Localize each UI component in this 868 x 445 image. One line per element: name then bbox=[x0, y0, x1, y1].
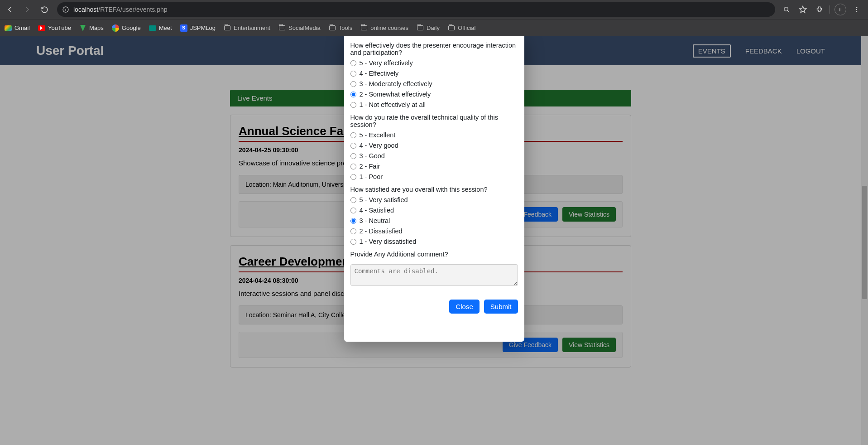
bookmark-label: online courses bbox=[370, 24, 408, 31]
radio-input[interactable] bbox=[350, 132, 356, 138]
radio-input[interactable] bbox=[350, 153, 356, 159]
radio-input[interactable] bbox=[350, 143, 356, 149]
radio-option[interactable]: 4 - Satisfied bbox=[350, 207, 518, 214]
folder-icon bbox=[329, 24, 336, 32]
radio-label: 3 - Neutral bbox=[360, 217, 390, 224]
modal-submit-button[interactable]: Submit bbox=[484, 300, 518, 314]
bookmark-label: YouTube bbox=[48, 24, 71, 31]
bookmark-socialmedia[interactable]: SocialMedia bbox=[278, 24, 321, 32]
comment-textarea[interactable] bbox=[350, 264, 518, 286]
folder-icon bbox=[278, 24, 286, 32]
radio-input[interactable] bbox=[350, 71, 356, 77]
radio-option[interactable]: 5 - Very effectively bbox=[350, 59, 518, 67]
nav-reload-button[interactable] bbox=[37, 2, 52, 17]
profile-avatar[interactable]: ⏸ bbox=[834, 4, 846, 15]
bookmark-daily[interactable]: Daily bbox=[417, 24, 440, 32]
radio-option[interactable]: 5 - Excellent bbox=[350, 131, 518, 139]
radio-label: 2 - Fair bbox=[360, 163, 380, 170]
radio-input[interactable] bbox=[350, 174, 356, 180]
radio-label: 5 - Excellent bbox=[360, 131, 396, 139]
svg-point-8 bbox=[856, 11, 857, 12]
radio-label: 1 - Poor bbox=[360, 173, 383, 180]
jspm-icon: S bbox=[180, 24, 187, 32]
radio-input[interactable] bbox=[350, 92, 356, 97]
folder-icon bbox=[360, 24, 368, 32]
radio-input[interactable] bbox=[350, 239, 356, 245]
radio-option[interactable]: 2 - Somewhat effectively bbox=[350, 91, 518, 98]
radio-input[interactable] bbox=[350, 228, 356, 234]
radio-input[interactable] bbox=[350, 197, 356, 203]
svg-marker-5 bbox=[800, 6, 806, 13]
site-info-icon[interactable] bbox=[62, 5, 70, 14]
radio-input[interactable] bbox=[350, 60, 356, 66]
zoom-icon[interactable] bbox=[781, 4, 792, 15]
bookmark-star-icon[interactable] bbox=[797, 4, 809, 15]
radio-option[interactable]: 1 - Poor bbox=[350, 173, 518, 180]
bookmark-label: Entertainment bbox=[234, 24, 270, 31]
meet-icon bbox=[149, 24, 156, 32]
radio-input[interactable] bbox=[350, 81, 356, 87]
bookmark-label: Official bbox=[458, 24, 476, 31]
bookmark-gmail[interactable]: Gmail bbox=[5, 24, 30, 32]
nav-forward-button[interactable] bbox=[20, 2, 34, 17]
modal-close-button[interactable]: Close bbox=[449, 300, 479, 314]
feedback-modal: How effectively does the presenter encou… bbox=[344, 36, 524, 342]
radio-label: 5 - Very effectively bbox=[360, 59, 413, 67]
radio-label: 1 - Not effectively at all bbox=[360, 101, 426, 108]
divider bbox=[830, 5, 830, 14]
folder-icon bbox=[448, 24, 455, 32]
radio-input[interactable] bbox=[350, 218, 356, 224]
browser-actions: ⏸ bbox=[781, 4, 865, 15]
radio-option[interactable]: 1 - Very dissatisfied bbox=[350, 238, 518, 245]
maps-icon bbox=[79, 24, 86, 32]
bookmark-tools[interactable]: Tools bbox=[329, 24, 352, 32]
svg-point-6 bbox=[856, 7, 857, 8]
radio-input[interactable] bbox=[350, 208, 356, 213]
radio-option[interactable]: 3 - Neutral bbox=[350, 217, 518, 224]
question-text: How effectively does the presenter encou… bbox=[350, 42, 518, 56]
radio-option[interactable]: 3 - Good bbox=[350, 152, 518, 160]
radio-option[interactable]: 4 - Effectively bbox=[350, 70, 518, 77]
radio-input[interactable] bbox=[350, 164, 356, 169]
extensions-icon[interactable] bbox=[813, 4, 825, 15]
bookmark-label: JSPMLog bbox=[190, 24, 216, 31]
radio-input[interactable] bbox=[350, 102, 356, 108]
bookmark-label: Daily bbox=[427, 24, 440, 31]
bookmark-online-courses[interactable]: online courses bbox=[360, 24, 408, 32]
bookmark-youtube[interactable]: YouTube bbox=[38, 24, 71, 32]
page-viewport: User Portal EVENTS FEEDBACK LOGOUT Live … bbox=[0, 36, 868, 445]
svg-point-3 bbox=[784, 7, 788, 10]
radio-label: 5 - Very satisfied bbox=[360, 196, 408, 203]
radio-option[interactable]: 2 - Fair bbox=[350, 163, 518, 170]
address-bar[interactable]: localhost/RTEFA/user/events.php bbox=[57, 2, 775, 17]
bookmark-entertainment[interactable]: Entertainment bbox=[224, 24, 270, 32]
folder-icon bbox=[417, 24, 424, 32]
bookmark-label: Gmail bbox=[14, 24, 30, 31]
youtube-icon bbox=[38, 24, 45, 32]
bookmark-meet[interactable]: Meet bbox=[149, 24, 172, 32]
gmail-icon bbox=[5, 24, 12, 32]
question-text: How do you rate the overall technical qu… bbox=[350, 114, 518, 128]
radio-option[interactable]: 1 - Not effectively at all bbox=[350, 101, 518, 108]
bookmark-google[interactable]: Google bbox=[112, 24, 141, 32]
radio-label: 4 - Effectively bbox=[360, 70, 399, 77]
radio-option[interactable]: 3 - Moderately effectively bbox=[350, 80, 518, 87]
modal-overlay[interactable]: How effectively does the presenter encou… bbox=[0, 36, 868, 445]
radio-option[interactable]: 5 - Very satisfied bbox=[350, 196, 518, 203]
nav-back-button[interactable] bbox=[3, 2, 17, 17]
browser-menu-icon[interactable] bbox=[851, 4, 863, 15]
radio-label: 4 - Satisfied bbox=[360, 207, 394, 214]
question-text: How satisfied are you overall with this … bbox=[350, 186, 518, 193]
bookmark-official[interactable]: Official bbox=[448, 24, 476, 32]
bookmarks-bar: GmailYouTubeMapsGoogleMeetSJSPMLogEntert… bbox=[0, 19, 868, 36]
radio-option[interactable]: 2 - Dissatisfied bbox=[350, 227, 518, 235]
comment-label: Provide Any Additional comment? bbox=[350, 251, 518, 258]
url-text: localhost/RTEFA/user/events.php bbox=[73, 6, 168, 13]
google-icon bbox=[112, 24, 119, 32]
bookmark-jspmlog[interactable]: SJSPMLog bbox=[180, 24, 216, 32]
radio-label: 2 - Dissatisfied bbox=[360, 227, 403, 235]
bookmark-maps[interactable]: Maps bbox=[79, 24, 104, 32]
folder-icon bbox=[224, 24, 231, 32]
radio-option[interactable]: 4 - Very good bbox=[350, 142, 518, 149]
bookmark-label: Maps bbox=[89, 24, 104, 31]
